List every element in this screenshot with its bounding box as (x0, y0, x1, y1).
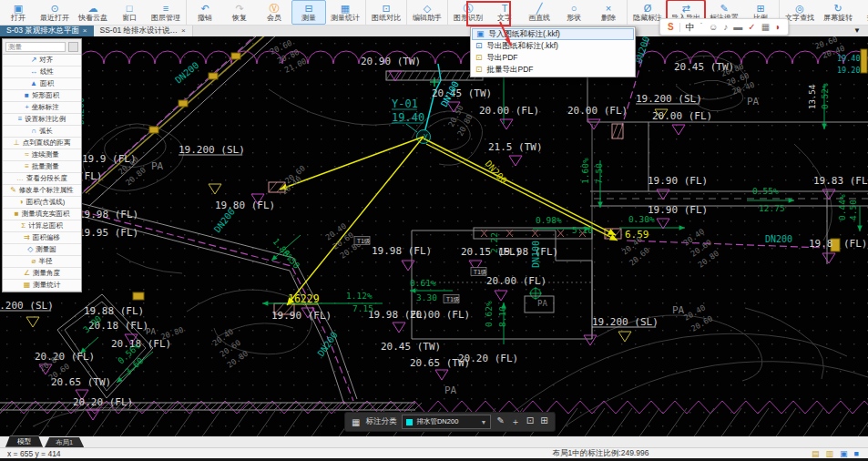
menu-item[interactable]: ▣导入图纸和标注(.kkf) (472, 28, 634, 40)
status-icons: ▤▥▣■ (812, 449, 859, 458)
toolbar-button-label: 测量 (301, 14, 316, 23)
sheet-tab[interactable]: 布局1 (45, 437, 84, 447)
measure-panel-item[interactable]: …查看分段长度 (3, 173, 81, 185)
measure-panel-item[interactable]: ▦测量统计 (3, 280, 81, 292)
toolbar-button-line[interactable]: ╱画直线 (522, 0, 557, 25)
cad-text: 7.50 (594, 163, 604, 184)
annotation-tool-icon[interactable]: ⊡ (526, 415, 534, 428)
cad-text: 0.52% (820, 83, 830, 109)
menu-item-icon: ⊡ (475, 42, 483, 50)
toolbar-button-folder-open[interactable]: ▣打开 (1, 0, 36, 25)
toolbar-button-redo[interactable]: ↷恢复 (222, 0, 257, 25)
toolbar-button-label: 会员 (267, 14, 281, 23)
toolbar-button-edit-assistant[interactable]: ◇编辑助手 (408, 0, 446, 25)
sheet-tab[interactable]: 模型 (5, 435, 43, 447)
status-icon[interactable]: ■ (854, 449, 859, 458)
measure-panel-item[interactable]: ◑面积(含弧线) (3, 197, 81, 209)
measure-panel-item[interactable]: ⇉面积偏移 (3, 232, 81, 244)
status-icon[interactable]: ▣ (840, 449, 848, 458)
annotation-tool-icon[interactable]: ⊞ (540, 415, 547, 428)
toolbar-button-layers[interactable]: ≡图层管理 (147, 0, 185, 25)
measure-panel-item[interactable]: ▲面积 (3, 78, 81, 90)
cad-text: 19.90 (FL) (271, 310, 332, 322)
measure-item-icon: ▦ (24, 282, 31, 289)
measure-panel-item[interactable]: ↔线性 (3, 67, 81, 78)
doc-tab[interactable]: SS-01 给排水设计说…× (94, 25, 193, 36)
measure-item-label: 面积偏移 (33, 233, 60, 242)
menu-item[interactable]: ⊡批量导出PDF (472, 64, 634, 76)
ime-icon[interactable]: 中 (686, 20, 695, 34)
cad-text: 19.83 (FL) (813, 175, 868, 187)
measure-panel-item[interactable]: ⊥点到直线的距离 (3, 138, 81, 149)
toolbar-group: ⊡图纸对比 (366, 0, 407, 25)
measure-panel-item[interactable]: ◇测量圆 (3, 244, 81, 256)
close-icon[interactable]: × (181, 26, 186, 35)
toolbar-button-rotate[interactable]: ↻屏幕旋转 (819, 0, 857, 25)
redo-icon: ↷ (235, 3, 243, 14)
cad-text: PA (444, 384, 457, 396)
menu-item-label: 批量导出PDF (487, 65, 534, 76)
measure-item-icon: ✎ (10, 187, 16, 194)
toolbar-button-text[interactable]: T文字 (487, 0, 522, 25)
measure-panel-item[interactable]: ■矩形面积 (3, 90, 81, 102)
cad-text: 20.45 (TW) (432, 87, 492, 99)
status-icon[interactable]: ▥ (826, 449, 834, 458)
ime-icon[interactable]: ▦ (761, 20, 770, 34)
compare-icon: ⊡ (382, 3, 390, 14)
layer-select-value: 排水管DN200 (416, 417, 476, 426)
measure-panel-item[interactable]: ∠测量角度 (3, 268, 81, 280)
toolbar-button-compare[interactable]: ⊡图纸对比 (367, 0, 405, 25)
measure-panel-item[interactable]: ✎修改单个标注属性 (3, 185, 81, 197)
measure-panel-item[interactable]: ⌀半径 (3, 256, 81, 268)
measure-panel-item[interactable]: ■测量填充实面积 (3, 209, 81, 220)
app-window: ▣打开⊙最近打开☁快看云盘□窗口≡图层管理↶撤销↷恢复Ⓥ会员⊟测量▦测量统计⊡图… (0, 0, 868, 461)
toolbar-button-delete[interactable]: ×删除 (591, 0, 626, 25)
toolbar-button-print[interactable]: ▤打印 (857, 0, 868, 25)
ime-icon[interactable]: ♪ (723, 20, 728, 34)
drawing-canvas[interactable]: 20.90 (TW)20.45 (TW)20.45 (TW)20.00 (FL)… (0, 36, 868, 436)
import-export-menu: ▣导入图纸和标注(.kkf)⊡导出图纸和标注(.kkf)⊡导出PDF⊡批量导出P… (470, 26, 636, 77)
measure-panel-item[interactable]: ↗对齐 (3, 55, 81, 67)
measure-panel-item[interactable]: +坐标标注 (3, 102, 81, 114)
toolbar-button-label: 图层管理 (151, 14, 180, 23)
toolbar-button-shapes[interactable]: ○形状 (557, 0, 591, 25)
ime-icon[interactable]: S (668, 20, 674, 34)
cad-text: DN100 (531, 241, 541, 268)
ime-icon[interactable]: ˙ (700, 20, 703, 34)
measure-panel-item[interactable]: ≡设置标注比例 (3, 114, 81, 126)
measure-item-label: 线性 (40, 67, 54, 77)
measure-panel-item[interactable]: ≈连续测量 (3, 149, 81, 161)
menu-item[interactable]: ⊡导出PDF (472, 52, 634, 64)
ime-icon[interactable]: ◗ (775, 20, 781, 34)
cad-text: 19.8 (809, 238, 833, 250)
measure-panel-item[interactable]: ≡批量测量 (3, 161, 81, 173)
ime-icon[interactable]: ▬ (733, 20, 742, 34)
menu-item[interactable]: ⊡导出图纸和标注(.kkf) (472, 40, 634, 52)
cad-drawing: 20.90 (TW)20.45 (TW)20.45 (TW)20.00 (FL)… (0, 36, 868, 437)
status-icon[interactable]: ▤ (812, 449, 820, 458)
grid-icon[interactable]: ▦ (352, 417, 360, 427)
doc-tab[interactable]: S-03 景观排水总平面× (0, 25, 94, 36)
close-icon[interactable]: × (83, 26, 87, 35)
annotation-tool-icon[interactable]: ＋ (511, 415, 520, 428)
toolbar-button-measure[interactable]: ⊟测量 (291, 0, 326, 25)
measure-item-icon: ≡ (18, 116, 23, 123)
toolbar-button-cloud[interactable]: ☁快看云盘 (74, 0, 112, 25)
toolbar-button-vip[interactable]: Ⓥ会员 (257, 0, 291, 25)
toolbar-button-clock[interactable]: ⊙最近打开 (36, 0, 74, 25)
toolbar-button-window[interactable]: □窗口 (112, 0, 147, 25)
annotation-tool-icon[interactable]: ✎ (496, 415, 504, 428)
ime-icon[interactable]: ✓ (748, 20, 755, 34)
ime-icon[interactable]: ☺ (709, 20, 718, 34)
toolbar-overflow-arrow[interactable]: ▼ (846, 26, 868, 35)
cad-text: 16229 (288, 292, 320, 305)
toolbar-button-shape-recognize[interactable]: Ⓐ图形识别 (449, 0, 487, 25)
cad-text: 20.00 (FL) (652, 110, 712, 122)
toolbar-button-measure-stats[interactable]: ▦测量统计 (326, 0, 364, 25)
toolbar-button-undo[interactable]: ↶撤销 (188, 0, 222, 25)
measure-panel-collapse-button[interactable] (68, 42, 78, 52)
measure-panel-item[interactable]: ∩弧长 (3, 126, 81, 138)
layer-select[interactable]: 排水管DN200 ▼ (402, 415, 491, 429)
cad-text: 12.75 (759, 203, 785, 213)
measure-panel-item[interactable]: Σ计算总面积 (3, 220, 81, 232)
